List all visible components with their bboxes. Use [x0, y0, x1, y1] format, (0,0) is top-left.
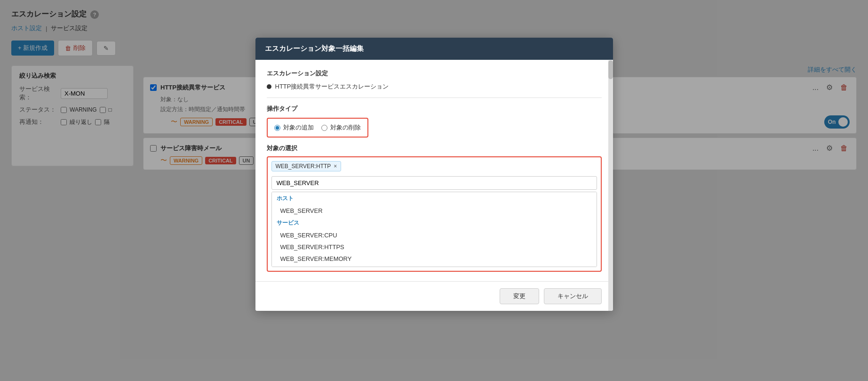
dropdown-item-ping[interactable]: WEB_SERVER:PING [272, 265, 597, 267]
modal-footer: 変更 キャンセル [255, 281, 613, 311]
modal-scrollbar[interactable] [608, 60, 613, 311]
modal-confirm-button[interactable]: 変更 [500, 288, 539, 304]
escalation-section-title: エスカレーション設定 [267, 69, 602, 78]
escalation-item-name: HTTP接続異常サービスエスカレーション [275, 82, 389, 91]
radio-add[interactable] [274, 125, 280, 131]
radio-add-label: 対象の追加 [283, 123, 314, 132]
tag-close-button[interactable]: × [334, 163, 337, 170]
modal-body: エスカレーション設定 HTTP接続異常サービスエスカレーション 操作タイプ 対象… [255, 60, 613, 281]
dropdown-service-category: サービス [272, 217, 597, 229]
modal-header: エスカレーション対象一括編集 [255, 38, 613, 60]
dropdown-item-cpu[interactable]: WEB_SERVER:CPU [272, 229, 597, 241]
operation-type-box: 対象の追加 対象の削除 [267, 118, 368, 138]
target-selection-label: 対象の選択 [267, 144, 602, 153]
modal-cancel-button[interactable]: キャンセル [544, 288, 602, 304]
dropdown-host-category: ホスト [272, 192, 597, 205]
target-search-input[interactable] [271, 176, 597, 190]
operation-type-label: 操作タイプ [267, 105, 602, 113]
target-input-box: WEB_SERVER:HTTP × ホスト WEB_SERVER サービス WE… [267, 156, 602, 272]
modal-overlay: エスカレーション対象一括編集 エスカレーション設定 HTTP接続異常サービスエス… [0, 0, 868, 381]
modal-title: エスカレーション対象一括編集 [265, 44, 364, 52]
selected-tag-item: WEB_SERVER:HTTP × [271, 161, 342, 171]
dropdown-item-https[interactable]: WEB_SERVER:HTTPS [272, 241, 597, 253]
selected-tag-text: WEB_SERVER:HTTP [276, 163, 331, 170]
dropdown-item-memory[interactable]: WEB_SERVER:MEMORY [272, 253, 597, 265]
modal: エスカレーション対象一括編集 エスカレーション設定 HTTP接続異常サービスエス… [255, 38, 613, 311]
dropdown-list: ホスト WEB_SERVER サービス WEB_SERVER:CPU WEB_S… [271, 192, 597, 267]
radio-remove[interactable] [321, 125, 327, 131]
radio-dot [267, 84, 271, 89]
dropdown-item-webserver[interactable]: WEB_SERVER [272, 205, 597, 217]
radio-remove-label: 対象の削除 [330, 123, 361, 132]
modal-scrollbar-thumb [608, 60, 613, 79]
